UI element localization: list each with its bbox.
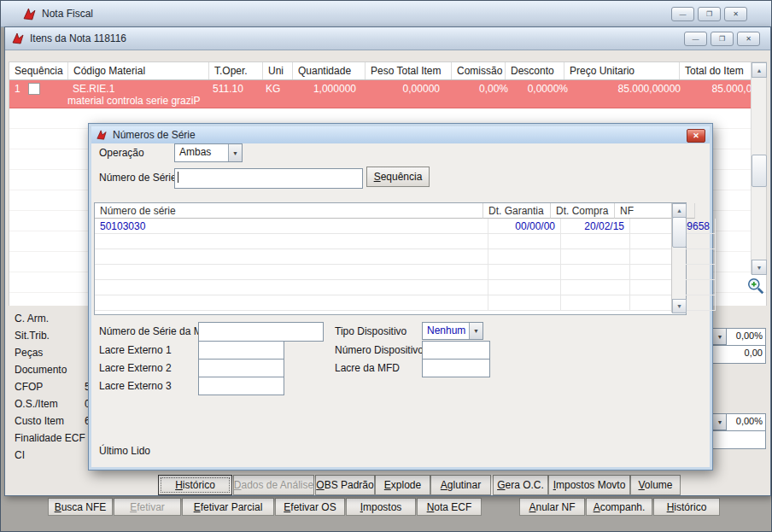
chevron-down-icon[interactable] (228, 144, 242, 161)
zoom-icon[interactable] (746, 277, 765, 295)
cell-comissao: 0,00% (460, 83, 515, 95)
vertical-scrollbar[interactable] (751, 62, 766, 274)
scrollbar-thumb[interactable] (752, 155, 767, 187)
scroll-up-icon[interactable] (672, 203, 687, 218)
efetivar-parcial-button[interactable]: Efetivar Parcial (182, 498, 274, 516)
dialog-titlebar[interactable]: Números de Série ✕ (91, 126, 710, 143)
efetivar-os-button[interactable]: Efetivar OS (275, 498, 345, 516)
operacao-select[interactable]: Ambas (174, 143, 243, 162)
chevron-down-icon[interactable] (469, 323, 482, 339)
lacre-externo-1-label: Lacre Externo 1 (99, 344, 172, 356)
lacre-externo-2-label: Lacre Externo 2 (99, 362, 172, 374)
nota-ecf-button[interactable]: Nota ECF (417, 498, 482, 516)
cell-quantidade: 1,000000 (290, 83, 360, 95)
column-header: Dt. Compra (551, 203, 615, 219)
value-field[interactable]: 0,00 (712, 345, 766, 364)
table-row[interactable]: 50103030 00/00/00 20/02/15 99658 (95, 219, 686, 234)
cell-uni: KG (260, 83, 290, 95)
cell-numero-serie: 50103030 (95, 219, 488, 234)
volume-button[interactable]: Volume (630, 475, 681, 495)
busca-nfe-button[interactable]: Busca NFE (48, 498, 113, 516)
outer-window-title: Nota Fiscal (42, 8, 93, 20)
lacre-mfd-label: Lacre da MFD (335, 362, 400, 374)
table-row[interactable]: 1 SE.RIE.1 511.10 KG 1,000000 0,00000 0,… (9, 80, 766, 108)
anular-nf-button[interactable]: Anular NF (519, 498, 585, 516)
tipo-dispositivo-select[interactable]: Nenhum (422, 322, 483, 340)
numero-serie-input[interactable] (174, 168, 363, 189)
lacre-externo-3-input[interactable] (198, 377, 284, 395)
cell-codigo-material: SE.RIE.1 (67, 83, 208, 95)
lacre-mfd-input[interactable] (422, 359, 490, 377)
outer-titlebar[interactable]: Nota Fiscal (1, 1, 771, 27)
column-header: T.Oper. (209, 62, 263, 79)
dialog-numeros-de-serie: Números de Série ✕ Operação Ambas Número… (88, 123, 713, 471)
explode-button[interactable]: Explode (375, 475, 430, 495)
row-checkbox[interactable] (28, 83, 40, 95)
numero-serie-label: Número de Série (99, 172, 177, 184)
app-icon (96, 130, 107, 140)
scroll-down-icon[interactable] (672, 299, 687, 313)
vertical-scrollbar[interactable] (671, 203, 686, 313)
mfd-input[interactable] (198, 322, 324, 342)
column-header: Comissão (452, 62, 506, 79)
scroll-down-icon[interactable] (752, 260, 767, 275)
dialog-title: Números de Série (113, 129, 196, 141)
field-label: Finalidade ECF (15, 432, 85, 444)
restore-icon[interactable] (711, 32, 734, 46)
cell-t-oper: 511.10 (208, 83, 260, 95)
column-header: Número de série (95, 203, 483, 219)
minimize-icon[interactable] (684, 32, 707, 46)
inner-caption-buttons (684, 32, 760, 46)
historico-button[interactable]: Histórico (158, 475, 232, 495)
operacao-label: Operação (99, 147, 144, 159)
impostos-movto-button[interactable]: Impostos Movto (548, 475, 630, 495)
numero-dispositivo-input[interactable] (422, 341, 490, 360)
text-caret (178, 172, 178, 183)
field-label: Sit.Trib. (15, 330, 50, 342)
empty-row (95, 280, 686, 295)
restore-icon[interactable] (698, 7, 721, 21)
cell-desconto: 0,0000% (515, 83, 571, 95)
field-label: CFOP (15, 381, 43, 393)
impostos-button[interactable]: Impostos (346, 498, 416, 516)
minimize-icon[interactable] (671, 7, 694, 21)
lacre-externo-1-input[interactable] (198, 341, 284, 360)
lacre-externo-2-input[interactable] (198, 359, 284, 377)
column-header: Quantidade (293, 62, 366, 79)
aglutinar-button[interactable]: Aglutinar (430, 475, 491, 495)
scrollbar-thumb[interactable] (672, 217, 687, 248)
series-table: Número de série Dt. Garantia Dt. Compra … (94, 202, 687, 315)
column-header: Desconto (506, 62, 564, 79)
outer-caption-buttons (671, 7, 747, 21)
close-icon[interactable] (737, 32, 760, 46)
field-label: O.S./Item (15, 398, 58, 410)
column-header: Código Material (68, 62, 209, 79)
value-field[interactable] (712, 430, 766, 449)
lacre-externo-3-label: Lacre Externo 3 (99, 380, 172, 392)
series-table-header: Número de série Dt. Garantia Dt. Compra … (95, 203, 686, 219)
cell-material-descricao: material controla serie graziP (67, 95, 200, 107)
dados-de-analise-button[interactable]: Dados de Análise (233, 475, 314, 495)
sequencia-button[interactable]: Sequência (366, 167, 430, 187)
percent-field[interactable]: 0,00% (726, 328, 766, 347)
inner-titlebar[interactable]: Itens da Nota 118116 (5, 27, 770, 50)
cell-preco-unitario: 85.000,00000 (571, 83, 706, 95)
historico-outer-button[interactable]: Histórico (653, 498, 720, 516)
percent-field[interactable]: 0,00% (726, 413, 766, 432)
window-nota-fiscal: Nota Fiscal Busca NFE Efetivar Efetivar … (0, 0, 772, 532)
row-sequence: 1 (15, 83, 20, 95)
app-icon (23, 8, 36, 20)
empty-row (95, 265, 686, 280)
column-header: Preço Unitario (564, 62, 680, 79)
tipo-dispositivo-label: Tipo Dispositivo (335, 325, 406, 337)
inner-window-title: Itens da Nota 118116 (30, 32, 126, 44)
efetivar-button[interactable]: Efetivar (114, 498, 181, 516)
field-label: C. Arm. (15, 313, 49, 324)
column-header: Peso Total Item (366, 62, 452, 79)
acompanh-button[interactable]: Acompanh. (586, 498, 652, 516)
scroll-up-icon[interactable] (752, 62, 767, 78)
close-icon[interactable] (724, 7, 747, 21)
gera-oc-button[interactable]: Gera O.C. (493, 475, 548, 495)
obs-padrao-button[interactable]: OBS Padrão (315, 475, 375, 495)
close-icon[interactable]: ✕ (687, 129, 705, 143)
